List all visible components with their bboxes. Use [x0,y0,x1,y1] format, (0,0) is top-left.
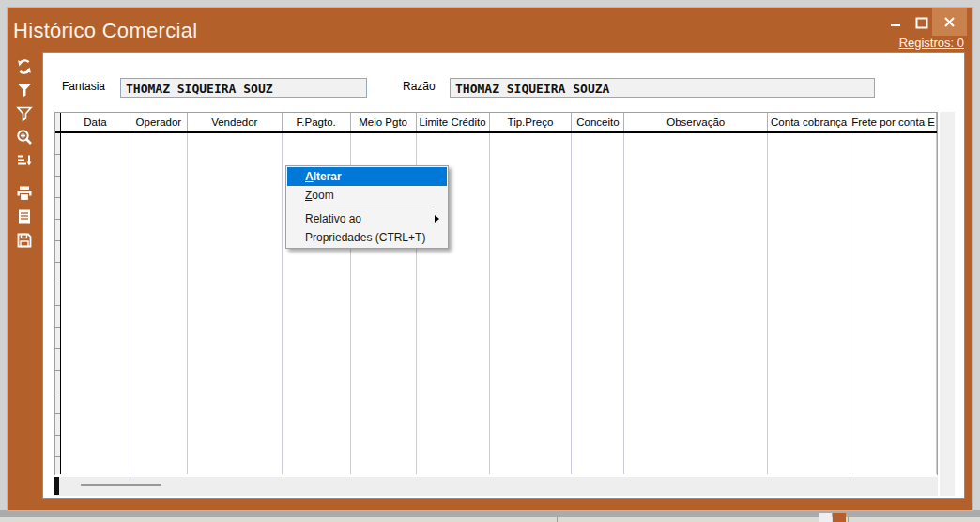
column-header[interactable]: Frete por conta E [850,113,937,131]
menu-item-zoom[interactable]: Zoom [287,186,447,205]
print-icon[interactable] [15,183,38,204]
minimize-icon [890,17,901,28]
context-menu: AlterarZoomRelativo aoPropriedades (CTRL… [285,165,449,249]
maximize-button[interactable] [910,11,934,34]
grid-column [490,133,573,474]
menu-separator [302,207,435,207]
menu-item-label: oom [312,189,333,202]
horizontal-scrollbar[interactable] [54,477,938,496]
column-header[interactable]: Data [61,113,130,131]
menu-item-label: lterar [314,170,342,183]
grid-header-row: DataOperadorVendedorF.Pagto.Meio PgtoLim… [55,113,937,133]
horizontal-scrollbar-thumb[interactable] [81,484,161,486]
menu-item-label: Relativo ao [305,212,361,225]
grid-position-marker [54,477,59,495]
column-header[interactable]: Operador [130,113,188,131]
grid-column [130,133,188,474]
registros-count-link[interactable]: Registros: 0 [8,36,964,50]
minimize-button[interactable] [883,11,908,34]
report-icon[interactable] [15,207,38,227]
column-header[interactable]: Meio Pgto [351,113,417,131]
menu-item-label: Propriedades (CTRL+T) [305,231,425,244]
close-icon [943,16,956,28]
toolbar-sidebar [8,49,42,499]
fantasia-label: Fantasia [62,80,105,93]
background-grid-line [848,517,849,522]
grid-body[interactable] [55,133,937,474]
refresh-icon[interactable] [15,56,38,77]
menu-item-alterar[interactable]: Alterar [287,167,447,186]
filter-icon[interactable] [15,80,38,100]
background-window-box [833,513,846,522]
column-header[interactable]: F.Pagto. [283,113,351,131]
column-header[interactable]: Conta cobrança [768,113,850,131]
content-panel: Fantasia Razão DataOperadorVendedorF.Pag… [42,52,965,499]
filter-outline-icon[interactable] [15,103,38,124]
menu-item-accelerator: A [305,170,314,183]
grid-column [188,133,283,474]
zoom-in-icon[interactable] [15,127,38,147]
column-header[interactable]: Vendedor [188,113,283,131]
menu-item-propriedades[interactable]: Propriedades (CTRL+T) [287,228,447,247]
razao-label: Razão [403,80,436,93]
fantasia-field[interactable] [120,78,367,98]
grid-column [624,133,768,474]
razao-field[interactable] [450,78,875,98]
historico-grid: DataOperadorVendedorF.Pagto.Meio PgtoLim… [54,112,938,475]
sort-icon[interactable] [15,150,38,171]
vertical-scrollbar[interactable] [940,112,955,496]
app-window: Histórico Comercial Registros: 0 Fantasi… [8,8,972,510]
grid-column [850,133,937,474]
grid-column [572,133,624,474]
submenu-arrow-icon [435,215,439,223]
maximize-icon [915,17,928,29]
background-grid-line [557,517,558,522]
grid-column [61,133,130,474]
column-header[interactable]: Limite Crédito [417,113,490,131]
desktop-background: Histórico Comercial Registros: 0 Fantasi… [0,0,980,522]
background-window-box [819,513,832,522]
close-button[interactable] [932,8,967,36]
grid-column [768,133,850,474]
column-header[interactable]: Tip.Preço [490,113,573,131]
column-header[interactable]: Conceito [572,113,624,131]
save-icon[interactable] [15,230,38,251]
column-header[interactable]: Observação [624,113,768,131]
menu-item-relativo-ao[interactable]: Relativo ao [287,209,447,228]
